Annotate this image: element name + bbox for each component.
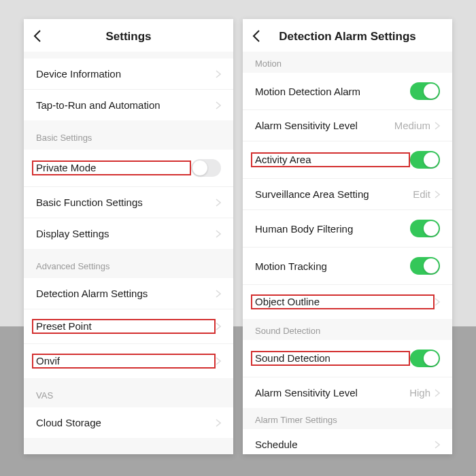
chevron-right-icon	[216, 101, 221, 109]
chevron-right-icon	[216, 322, 221, 330]
row-label: Surveillance Area Setting	[255, 188, 413, 200]
settings-row[interactable]: Alarm Sensitivity LevelHigh	[243, 377, 452, 408]
back-button[interactable]	[252, 30, 260, 42]
toggle-switch[interactable]	[410, 82, 440, 100]
row-value: Edit	[413, 188, 430, 200]
page-title: Detection Alarm Settings	[252, 30, 443, 44]
settings-row[interactable]: Display Settings	[24, 218, 233, 249]
section-header: Advanced Settings	[24, 249, 233, 278]
row-label: Sound Detection	[251, 351, 410, 366]
chevron-right-icon	[216, 290, 221, 298]
detection-alarm-screen: Detection Alarm Settings MotionMotion De…	[243, 19, 452, 454]
chevron-right-icon	[216, 230, 221, 238]
settings-group: Private ModeBasic Function SettingsDispl…	[24, 150, 233, 249]
row-label: Private Mode	[32, 160, 191, 175]
row-label: Cloud Storage	[36, 417, 216, 428]
toggle-switch[interactable]	[410, 350, 440, 367]
settings-row[interactable]: Cloud Storage	[24, 407, 233, 438]
header: Detection Alarm Settings	[243, 19, 452, 52]
settings-row[interactable]: Private Mode	[24, 150, 233, 187]
settings-row[interactable]: Device Information	[24, 58, 233, 90]
row-label: Motion Tracking	[255, 260, 410, 272]
toggle-switch[interactable]	[410, 151, 440, 169]
toggle-switch[interactable]	[191, 159, 221, 177]
back-button[interactable]	[33, 30, 41, 42]
section-header: Motion	[243, 52, 452, 73]
row-label: Alarm Sensitivity Level	[255, 120, 394, 131]
settings-row[interactable]: Surveillance Area SettingEdit	[243, 179, 452, 210]
row-label: Detection Alarm Settings	[36, 288, 216, 299]
settings-body-right: MotionMotion Detection AlarmAlarm Sensit…	[243, 52, 452, 454]
row-label: Preset Point	[32, 319, 216, 334]
settings-row[interactable]: Tap-to-Run and Automation	[24, 90, 233, 120]
chevron-right-icon	[216, 199, 221, 207]
section-header: Basic Settings	[24, 120, 233, 150]
row-label: Activity Area	[251, 152, 410, 167]
chevron-right-icon	[216, 419, 221, 427]
row-label: Object Outline	[251, 294, 435, 309]
row-label: Motion Detection Alarm	[255, 86, 410, 97]
page-title: Settings	[33, 30, 224, 44]
chevron-right-icon	[216, 70, 221, 78]
settings-group: Schedule	[243, 429, 452, 454]
toggle-switch[interactable]	[410, 220, 440, 237]
chevron-right-icon	[435, 389, 440, 397]
settings-row[interactable]: Detection Alarm Settings	[24, 278, 233, 309]
settings-row[interactable]: Motion Detection Alarm	[243, 73, 452, 110]
settings-row[interactable]: Preset Point	[24, 309, 233, 344]
section-header: VAS	[24, 378, 233, 407]
row-label: Alarm Sensitivity Level	[255, 387, 409, 398]
settings-row[interactable]: Onvif	[24, 344, 233, 378]
section-header: Alarm Timer Settings	[243, 408, 452, 429]
row-label: Schedule	[255, 439, 435, 450]
row-value: Medium	[394, 120, 430, 131]
row-label: Basic Function Settings	[36, 197, 216, 208]
settings-screen: Settings Device InformationTap-to-Run an…	[24, 19, 233, 454]
settings-group: Cloud Storage	[24, 407, 233, 438]
section-header: Sound Detection	[243, 319, 452, 340]
spacer	[24, 52, 233, 58]
chevron-right-icon	[435, 190, 440, 199]
settings-row[interactable]: Alarm Sensitivity LevelMedium	[243, 110, 452, 141]
chevron-right-icon	[435, 441, 440, 449]
settings-group: Motion Detection AlarmAlarm Sensitivity …	[243, 73, 452, 319]
chevron-right-icon	[435, 298, 440, 306]
settings-row[interactable]: Object Outline	[243, 285, 452, 319]
settings-group: Detection Alarm SettingsPreset PointOnvi…	[24, 278, 233, 378]
settings-row[interactable]: Sound Detection	[243, 340, 452, 377]
settings-row[interactable]: Schedule	[243, 429, 452, 454]
settings-row[interactable]: Basic Function Settings	[24, 187, 233, 218]
row-label: Tap-to-Run and Automation	[36, 99, 216, 111]
header: Settings	[24, 19, 233, 52]
settings-body-left: Device InformationTap-to-Run and Automat…	[24, 52, 233, 454]
row-label: Human Body Filtering	[255, 223, 410, 235]
row-label: Display Settings	[36, 228, 216, 239]
toggle-switch[interactable]	[410, 257, 440, 275]
settings-group: Device InformationTap-to-Run and Automat…	[24, 58, 233, 120]
settings-row[interactable]: Human Body Filtering	[243, 210, 452, 248]
settings-row[interactable]: Activity Area	[243, 141, 452, 179]
chevron-right-icon	[435, 122, 440, 130]
row-label: Device Information	[36, 68, 216, 80]
chevron-right-icon	[216, 357, 221, 365]
settings-row[interactable]: Motion Tracking	[243, 248, 452, 285]
row-value: High	[409, 387, 430, 398]
row-label: Onvif	[32, 354, 216, 369]
settings-group: Sound DetectionAlarm Sensitivity LevelHi…	[243, 340, 452, 408]
